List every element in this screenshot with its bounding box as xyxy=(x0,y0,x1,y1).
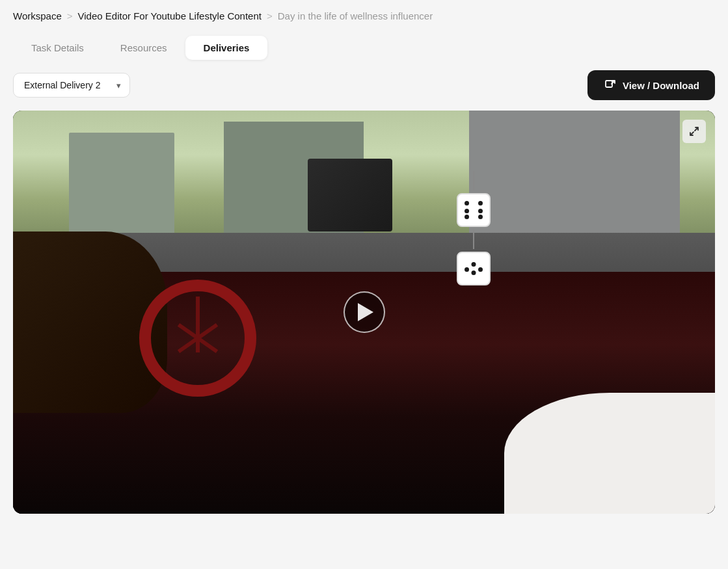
dice-2 xyxy=(457,252,491,285)
steering-wheel-wrap xyxy=(139,280,336,481)
tabs-bar: Task Details Resources Deliveries xyxy=(0,31,728,70)
play-triangle-icon xyxy=(358,303,373,321)
video-container xyxy=(13,111,715,514)
breadcrumb-task[interactable]: Day in the life of wellness influencer xyxy=(278,10,433,21)
breadcrumb-sep-2: > xyxy=(267,10,273,21)
view-download-icon xyxy=(603,78,617,92)
video-frame xyxy=(13,111,715,514)
breadcrumb-workspace[interactable]: Workspace xyxy=(13,10,62,21)
dice-string-top xyxy=(473,171,474,191)
delivery-select[interactable]: External Delivery 1 External Delivery 2 … xyxy=(13,73,130,98)
tab-resources[interactable]: Resources xyxy=(102,36,185,60)
dice-container xyxy=(457,171,491,285)
tab-deliveries[interactable]: Deliveries xyxy=(185,36,268,60)
dice-1 xyxy=(457,193,491,227)
rearview-mirror xyxy=(308,159,392,232)
expand-button[interactable] xyxy=(682,120,706,143)
breadcrumb: Workspace > Video Editor For Youtube Lif… xyxy=(0,0,728,31)
breadcrumb-sep-1: > xyxy=(67,10,73,21)
tab-task-details[interactable]: Task Details xyxy=(13,36,102,60)
play-button[interactable] xyxy=(344,291,385,333)
steering-wheel xyxy=(139,280,256,397)
dice-string-mid xyxy=(473,230,474,249)
white-shape xyxy=(504,393,715,514)
view-download-button[interactable]: View / Download xyxy=(587,70,715,100)
delivery-select-wrapper: External Delivery 1 External Delivery 2 … xyxy=(13,73,130,98)
view-download-label: View / Download xyxy=(623,80,699,91)
toolbar: External Delivery 1 External Delivery 2 … xyxy=(0,70,728,111)
breadcrumb-project[interactable]: Video Editor For Youtube Lifestyle Conte… xyxy=(78,10,262,21)
